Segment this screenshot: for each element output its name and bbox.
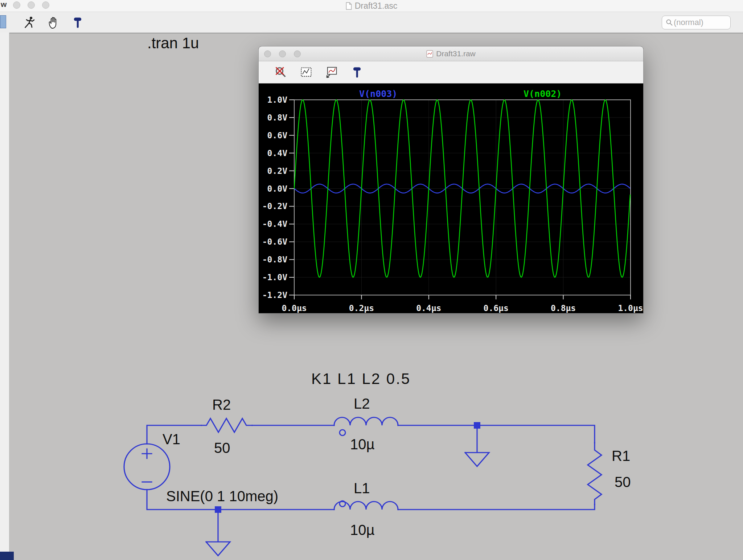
waveform-traffic-lights — [264, 50, 301, 57]
label-L2-value[interactable]: 10µ — [350, 436, 375, 453]
trace-legend[interactable]: V(n003) — [359, 89, 397, 99]
junction-node — [215, 506, 221, 513]
x-tick-label: 0.6µs — [484, 303, 509, 313]
label-V1-value[interactable]: SINE(0 1 10meg) — [166, 488, 278, 504]
resistor-R1 — [588, 443, 602, 504]
phase-dot-L2 — [340, 430, 345, 436]
waveform-window-title: Draft31.raw — [259, 46, 643, 61]
schematic-canvas[interactable]: .tran 1u K1 L1 L2 0.5 R2 50 V1 SINE(0 1 … — [0, 33, 743, 560]
label-V1-name[interactable]: V1 — [163, 431, 180, 447]
zoom-button[interactable] — [294, 50, 301, 57]
label-L1-name[interactable]: L1 — [354, 480, 370, 496]
screen: w Draft31.asc — [0, 0, 743, 560]
ground-symbol — [465, 425, 489, 466]
label-R1-name[interactable]: R1 — [612, 448, 630, 464]
y-tick-label: 1.0V — [267, 95, 288, 105]
y-tick-label: -0.8V — [262, 255, 287, 264]
label-L2-name[interactable]: L2 — [354, 396, 370, 412]
inductor-L2 — [334, 417, 398, 425]
y-tick-label: -1.2V — [262, 290, 287, 300]
hammer-icon[interactable] — [350, 65, 364, 79]
label-R2-name[interactable]: R2 — [212, 397, 231, 413]
label-L1-value[interactable]: 10µ — [350, 522, 375, 538]
inductor-L1 — [334, 502, 398, 510]
y-tick-label: 0.2V — [267, 166, 288, 176]
label-R1-value[interactable]: 50 — [615, 474, 631, 490]
y-tick-label: 0.0V — [267, 184, 288, 193]
waveform-window-title-text: Draft31.raw — [436, 49, 476, 58]
waveform-window[interactable]: Draft31.raw — [258, 46, 644, 314]
resistor-R2 — [201, 418, 252, 432]
y-tick-label: -0.2V — [262, 201, 287, 211]
label-R2-value[interactable]: 50 — [214, 440, 230, 456]
waveform-toolbar — [259, 61, 643, 83]
x-tick-label: 0.0µs — [282, 303, 307, 313]
y-tick-label: 0.6V — [267, 131, 288, 140]
autorange-icon[interactable] — [325, 65, 338, 79]
x-tick-label: 1.0µs — [618, 303, 643, 313]
y-tick-label: 0.4V — [267, 148, 288, 158]
junction-node — [474, 422, 480, 429]
x-tick-label: 0.8µs — [551, 303, 576, 313]
close-button[interactable] — [264, 50, 271, 57]
waveform-plot[interactable]: 1.0V0.8V0.6V0.4V0.2V0.0V-0.2V-0.4V-0.6V-… — [259, 83, 643, 314]
ground-symbol — [206, 510, 230, 556]
waveform-window-titlebar[interactable]: Draft31.raw — [259, 46, 643, 61]
trace-legend[interactable]: V(n002) — [524, 89, 562, 99]
raw-document-icon — [426, 50, 433, 58]
y-tick-label: -0.6V — [262, 237, 287, 246]
tran-directive[interactable]: .tran 1u — [147, 34, 199, 52]
plot-area[interactable]: 1.0V0.8V0.6V0.4V0.2V0.0V-0.2V-0.4V-0.6V-… — [259, 83, 643, 314]
y-tick-label: 0.8V — [267, 113, 288, 122]
wire — [398, 425, 595, 443]
wire — [398, 504, 595, 510]
zoom-disabled-icon[interactable] — [274, 65, 288, 79]
x-tick-label: 0.2µs — [349, 303, 374, 313]
minimize-button[interactable] — [279, 50, 286, 57]
y-tick-label: -1.0V — [262, 273, 287, 282]
waveform-trace — [294, 100, 630, 277]
plot-pane-icon[interactable] — [299, 65, 313, 79]
coupling-directive[interactable]: K1 L1 L2 0.5 — [311, 370, 411, 388]
y-tick-label: -0.4V — [262, 219, 287, 229]
x-tick-label: 0.4µs — [416, 303, 441, 313]
plus-mark — [142, 449, 152, 458]
